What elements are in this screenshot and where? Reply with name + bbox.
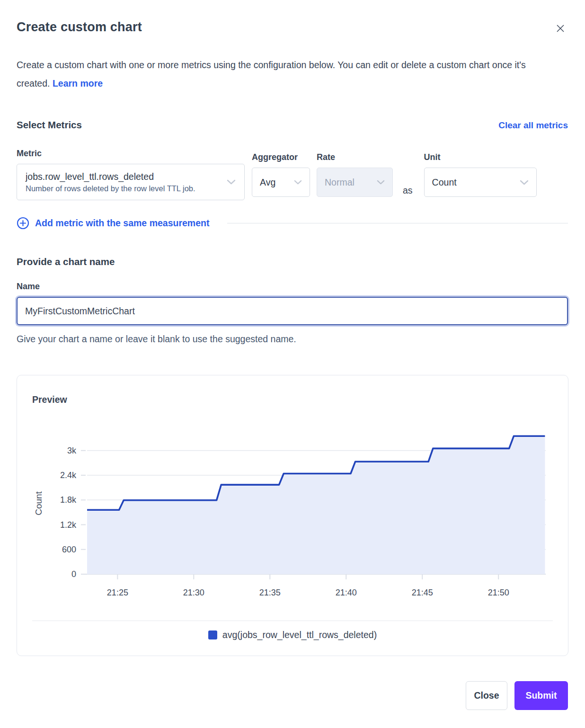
unit-select-value: Count [432, 177, 463, 188]
metric-field: Metric jobs.row_level_ttl.rows_deleted N… [17, 149, 245, 200]
divider [227, 223, 568, 223]
unit-select[interactable]: Count [424, 168, 537, 197]
svg-text:21:50: 21:50 [488, 588, 509, 597]
chevron-down-icon [377, 180, 385, 185]
divider [32, 621, 553, 621]
preview-chart: 06001.2k1.8k2.4k3k21:2521:3021:3521:4021… [32, 426, 553, 600]
close-dialog-button[interactable] [553, 21, 568, 36]
create-custom-chart-dialog: Create custom chart Create a custom char… [0, 0, 585, 727]
chevron-down-icon [227, 179, 236, 185]
select-metrics-heading: Select Metrics [17, 119, 82, 131]
svg-text:21:35: 21:35 [259, 588, 281, 597]
metric-select-texts: jobs.row_level_ttl.rows_deleted Number o… [26, 171, 195, 193]
rate-select-value: Normal [325, 177, 361, 188]
name-helper-text: Give your chart a name or leave it blank… [17, 334, 568, 345]
preview-heading: Preview [32, 394, 553, 405]
as-label: as [403, 185, 413, 200]
aggregator-select-value: Avg [260, 177, 282, 188]
add-metric-button[interactable]: Add metric with the same measurement [17, 217, 209, 230]
preview-card: Preview 06001.2k1.8k2.4k3k21:2521:3021:3… [17, 375, 568, 656]
rate-field: Rate Normal [317, 149, 393, 197]
close-button[interactable]: Close [466, 681, 507, 710]
aggregator-field: Aggregator Avg [252, 149, 310, 197]
submit-button[interactable]: Submit [514, 681, 568, 710]
aggregator-label: Aggregator [252, 152, 310, 162]
metric-select[interactable]: jobs.row_level_ttl.rows_deleted Number o… [17, 164, 245, 200]
chevron-down-icon [294, 180, 302, 185]
dialog-description: Create a custom chart with one or more m… [17, 56, 556, 93]
rate-label: Rate [317, 152, 393, 162]
rate-select-disabled: Normal [317, 168, 393, 197]
svg-text:2.4k: 2.4k [60, 471, 77, 480]
close-icon [555, 23, 566, 34]
svg-text:Count: Count [34, 491, 44, 515]
chevron-down-icon [520, 180, 529, 185]
svg-text:21:40: 21:40 [336, 588, 357, 597]
aggregator-select[interactable]: Avg [252, 168, 310, 197]
select-metrics-header: Select Metrics Clear all metrics [17, 119, 568, 131]
metric-select-description: Number of rows deleted by the row level … [26, 184, 195, 193]
dialog-footer: Close Submit [17, 681, 568, 710]
svg-text:0: 0 [71, 569, 76, 579]
clear-all-metrics-link[interactable]: Clear all metrics [498, 120, 568, 131]
svg-text:21:30: 21:30 [183, 588, 204, 597]
svg-text:21:25: 21:25 [107, 588, 128, 597]
metric-label: Metric [17, 149, 245, 159]
dialog-header: Create custom chart [17, 20, 568, 36]
metric-config-row: Metric jobs.row_level_ttl.rows_deleted N… [17, 149, 568, 200]
plus-circle-icon [17, 217, 29, 230]
learn-more-link[interactable]: Learn more [53, 78, 103, 89]
legend-swatch [208, 630, 217, 639]
chart-name-input[interactable] [17, 297, 568, 325]
page-title: Create custom chart [17, 20, 142, 35]
legend-label: avg(jobs_row_level_ttl_rows_deleted) [222, 630, 377, 640]
unit-field: Unit Count [424, 149, 537, 197]
svg-text:1.8k: 1.8k [60, 495, 77, 505]
chart-name-heading: Provide a chart name [17, 256, 568, 267]
chart-legend: avg(jobs_row_level_ttl_rows_deleted) [32, 630, 553, 642]
metric-select-value: jobs.row_level_ttl.rows_deleted [26, 171, 195, 182]
name-label: Name [17, 282, 568, 292]
add-metric-row: Add metric with the same measurement [17, 217, 568, 230]
add-metric-label: Add metric with the same measurement [35, 218, 209, 229]
svg-text:3k: 3k [67, 446, 77, 455]
svg-text:1.2k: 1.2k [60, 520, 77, 530]
svg-text:21:45: 21:45 [412, 588, 433, 597]
unit-label: Unit [424, 152, 537, 162]
svg-text:600: 600 [62, 545, 76, 554]
